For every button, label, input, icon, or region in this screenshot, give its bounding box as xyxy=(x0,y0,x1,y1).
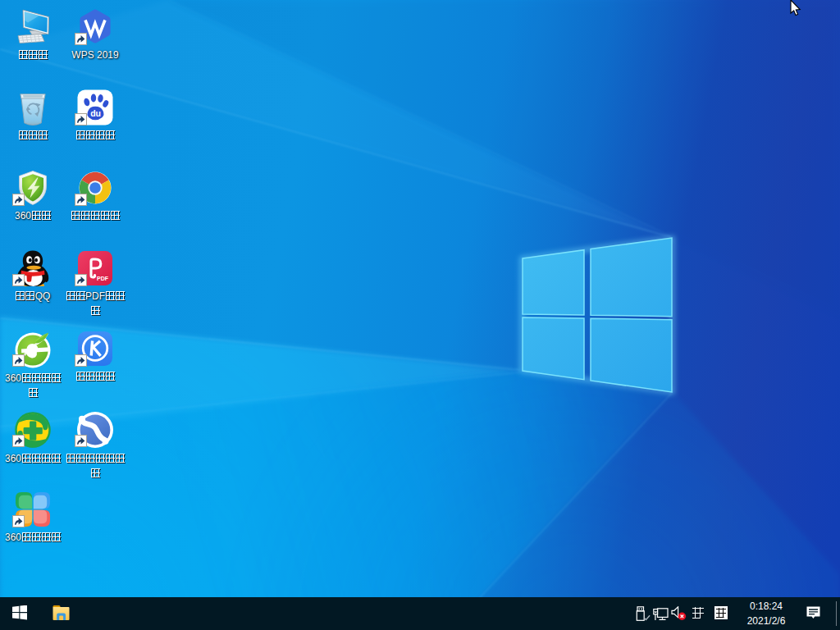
svg-text:PDF: PDF xyxy=(97,276,109,281)
svg-text:du: du xyxy=(90,108,101,118)
